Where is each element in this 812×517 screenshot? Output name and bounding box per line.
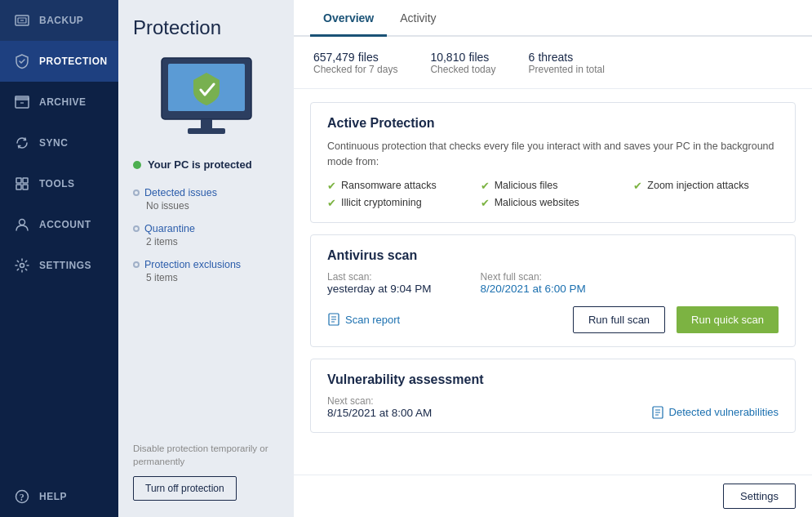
protection-exclusions-item[interactable]: Protection exclusions 5 items (133, 259, 279, 283)
feature-cryptomining: ✔ Illicit cryptomining (327, 197, 473, 209)
sidebar-item-sync[interactable]: Sync (0, 123, 118, 163)
protection-exclusions-title[interactable]: Protection exclusions (133, 259, 279, 270)
detected-vulnerabilities-label: Detected vulnerabilities (669, 406, 779, 418)
run-quick-scan-button[interactable]: Run quick scan (677, 306, 779, 333)
vuln-next-scan-value: 8/15/2021 at 8:00 AM (327, 407, 432, 419)
vuln-next-scan-info: Next scan: 8/15/2021 at 8:00 AM (327, 395, 432, 419)
stat-label: Checked for 7 days (313, 64, 397, 75)
sidebar-item-settings[interactable]: Settings (0, 245, 118, 286)
active-protection-card: Active Protection Continuous protection … (310, 102, 796, 223)
svg-rect-6 (16, 178, 21, 183)
scan-report-link[interactable]: Scan report (327, 313, 400, 326)
svg-text:?: ? (20, 492, 25, 503)
svg-rect-17 (188, 128, 225, 134)
feature-zoom-injection: ✔ Zoom injection attacks (633, 180, 779, 192)
stat-threats: 6 threats Prevented in total (528, 50, 604, 75)
sidebar: Backup Protection Archive (0, 0, 118, 517)
quarantine-item[interactable]: Quarantine 2 items (133, 223, 279, 247)
help-label: Help (39, 491, 67, 502)
protection-features-list: ✔ Ransomware attacks ✔ Malicious files ✔… (327, 180, 779, 209)
sidebar-item-help[interactable]: ? Help (0, 476, 118, 517)
next-scan-value: 8/20/2021 at 6:00 PM (481, 283, 586, 295)
computer-illustration (153, 54, 260, 144)
check-icon: ✔ (327, 197, 336, 209)
sidebar-item-label: Settings (39, 260, 91, 271)
backup-icon (13, 11, 31, 29)
archive-icon (13, 93, 31, 111)
last-scan-info: Last scan: yesterday at 9:04 PM (327, 271, 432, 295)
vulnerability-report-icon (651, 406, 664, 419)
tab-overview[interactable]: Overview (310, 0, 387, 37)
sidebar-item-label: Archive (39, 96, 87, 108)
sidebar-item-label: Protection (39, 56, 108, 67)
status-text: Your PC is protected (148, 158, 252, 171)
detected-issues-title[interactable]: Detected issues (133, 187, 279, 198)
gear-icon (13, 256, 31, 274)
detected-issues-subtitle: No issues (146, 200, 279, 212)
vuln-next-scan-label: Next scan: (327, 395, 432, 407)
sidebar-item-protection[interactable]: Protection (0, 41, 118, 82)
bullet-icon (133, 261, 140, 268)
sidebar-item-account[interactable]: Account (0, 204, 118, 245)
stat-value: 10,810 files (430, 50, 495, 64)
tools-icon (13, 175, 31, 193)
bullet-icon (133, 189, 140, 196)
sidebar-item-label: Backup (39, 15, 83, 26)
stat-label: Checked today (430, 64, 495, 75)
sync-icon (13, 134, 31, 152)
active-protection-title: Active Protection (327, 116, 779, 131)
sidebar-item-archive[interactable]: Archive (0, 82, 118, 123)
stat-value: 6 threats (528, 50, 604, 64)
right-panel: Overview Activity 657,479 files Checked … (294, 0, 812, 517)
stat-value: 657,479 files (313, 50, 397, 64)
content-wrapper: Protection Your PC is pro (118, 0, 812, 517)
tabs-bar: Overview Activity (294, 0, 812, 37)
svg-rect-8 (16, 185, 21, 189)
account-icon (13, 216, 31, 234)
check-icon: ✔ (481, 197, 490, 209)
check-icon: ✔ (481, 180, 490, 192)
detected-vulnerabilities-link[interactable]: Detected vulnerabilities (651, 406, 779, 419)
check-icon: ✔ (327, 180, 336, 192)
left-panel: Protection Your PC is pro (118, 0, 294, 517)
svg-rect-7 (23, 178, 28, 183)
scan-report-label: Scan report (345, 314, 400, 326)
cards-area: Active Protection Continuous protection … (294, 89, 812, 475)
run-full-scan-button[interactable]: Run full scan (573, 306, 665, 333)
protection-status: Your PC is protected (133, 158, 252, 171)
feature-malicious-files: ✔ Malicious files (481, 180, 626, 192)
last-scan-value: yesterday at 9:04 PM (327, 283, 432, 295)
sidebar-item-tools[interactable]: Tools (0, 163, 118, 204)
svg-rect-9 (23, 185, 28, 189)
vuln-row: Next scan: 8/15/2021 at 8:00 AM Detected… (327, 395, 779, 419)
protection-exclusions-subtitle: 5 items (146, 272, 279, 283)
check-icon: ✔ (633, 180, 642, 192)
antivirus-scan-title: Antivirus scan (327, 248, 779, 263)
vulnerability-assessment-card: Vulnerability assessment Next scan: 8/15… (310, 359, 796, 433)
feature-malicious-websites: ✔ Malicious websites (481, 197, 626, 209)
tab-activity[interactable]: Activity (387, 0, 449, 37)
settings-button[interactable]: Settings (723, 484, 796, 509)
scan-info-row: Last scan: yesterday at 9:04 PM Next ful… (327, 271, 779, 295)
next-scan-info: Next full scan: 8/20/2021 at 6:00 PM (481, 271, 586, 295)
disable-text: Disable protection temporarily or perman… (133, 442, 279, 468)
last-scan-label: Last scan: (327, 271, 432, 283)
stat-label: Prevented in total (528, 64, 604, 75)
stats-bar: 657,479 files Checked for 7 days 10,810 … (294, 37, 812, 89)
turn-off-protection-button[interactable]: Turn off protection (133, 476, 237, 501)
disable-section: Disable protection temporarily or perman… (133, 442, 279, 501)
svg-rect-16 (201, 119, 212, 129)
report-icon (327, 313, 340, 326)
svg-point-10 (20, 220, 25, 225)
detected-issues-item[interactable]: Detected issues No issues (133, 187, 279, 212)
svg-point-11 (20, 264, 24, 268)
quarantine-title[interactable]: Quarantine (133, 223, 279, 234)
stat-files-7days: 657,479 files Checked for 7 days (313, 50, 397, 75)
status-dot (133, 161, 141, 169)
sidebar-item-label: Account (39, 219, 91, 230)
antivirus-scan-card: Antivirus scan Last scan: yesterday at 9… (310, 234, 796, 347)
sidebar-item-backup[interactable]: Backup (0, 0, 118, 41)
quarantine-subtitle: 2 items (146, 236, 279, 247)
vulnerability-title: Vulnerability assessment (327, 372, 779, 387)
sidebar-item-label: Tools (39, 178, 75, 189)
